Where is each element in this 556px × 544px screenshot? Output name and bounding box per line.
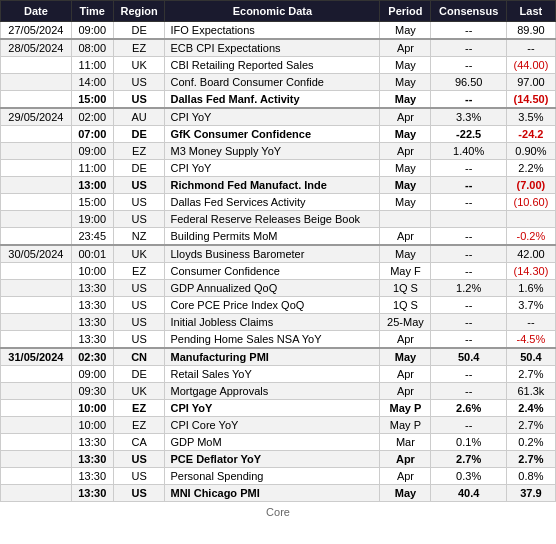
cell-date (1, 211, 72, 228)
table-row: 19:00USFederal Reserve Releases Beige Bo… (1, 211, 556, 228)
cell-consensus: 2.7% (431, 451, 506, 468)
cell-consensus: -- (431, 228, 506, 246)
cell-last: 61.3k (506, 383, 555, 400)
table-row: 31/05/202402:30CNManufacturing PMIMay50.… (1, 348, 556, 366)
cell-last: 2.7% (506, 417, 555, 434)
cell-period: May (380, 194, 431, 211)
cell-period: May (380, 485, 431, 502)
cell-economic-data: Richmond Fed Manufact. Inde (165, 177, 380, 194)
cell-economic-data: Dallas Fed Manf. Activity (165, 91, 380, 109)
table-row: 28/05/202408:00EZECB CPI ExpectationsApr… (1, 39, 556, 57)
cell-date (1, 126, 72, 143)
cell-economic-data: Mortgage Approvals (165, 383, 380, 400)
table-row: 10:00EZCPI Core YoYMay P--2.7% (1, 417, 556, 434)
cell-consensus: -- (431, 39, 506, 57)
cell-last: 89.90 (506, 22, 555, 40)
cell-economic-data: MNI Chicago PMI (165, 485, 380, 502)
cell-economic-data: Manufacturing PMI (165, 348, 380, 366)
cell-period (380, 211, 431, 228)
table-row: 07:00DEGfK Consumer ConfidenceMay-22.5-2… (1, 126, 556, 143)
cell-period: 1Q S (380, 297, 431, 314)
cell-date (1, 143, 72, 160)
cell-date (1, 417, 72, 434)
cell-economic-data: Pending Home Sales NSA YoY (165, 331, 380, 349)
table-row: 13:30USGDP Annualized QoQ1Q S1.2%1.6% (1, 280, 556, 297)
cell-period: Apr (380, 143, 431, 160)
cell-consensus: -- (431, 245, 506, 263)
cell-period: Mar (380, 434, 431, 451)
cell-region: CN (113, 348, 165, 366)
cell-period: Apr (380, 39, 431, 57)
table-row: 13:30CAGDP MoMMar0.1%0.2% (1, 434, 556, 451)
cell-time: 09:00 (71, 143, 113, 160)
cell-region: UK (113, 57, 165, 74)
cell-economic-data: Dallas Fed Services Activity (165, 194, 380, 211)
table-row: 09:00EZM3 Money Supply YoYApr1.40%0.90% (1, 143, 556, 160)
cell-period: May P (380, 400, 431, 417)
cell-last: 3.5% (506, 108, 555, 126)
cell-region: AU (113, 108, 165, 126)
cell-economic-data: CPI Core YoY (165, 417, 380, 434)
cell-consensus: -- (431, 177, 506, 194)
cell-region: DE (113, 126, 165, 143)
cell-period: Apr (380, 383, 431, 400)
table-row: 13:30USInitial Jobless Claims25-May---- (1, 314, 556, 331)
header-economic-data: Economic Data (165, 1, 380, 22)
cell-economic-data: Conf. Board Consumer Confide (165, 74, 380, 91)
cell-time: 13:00 (71, 177, 113, 194)
cell-period: May (380, 57, 431, 74)
cell-region: DE (113, 366, 165, 383)
table-row: 09:30UKMortgage ApprovalsApr--61.3k (1, 383, 556, 400)
cell-date (1, 485, 72, 502)
cell-consensus: -- (431, 383, 506, 400)
cell-consensus: 96.50 (431, 74, 506, 91)
cell-region: US (113, 485, 165, 502)
cell-region: US (113, 194, 165, 211)
cell-region: CA (113, 434, 165, 451)
cell-last: 2.2% (506, 160, 555, 177)
cell-region: DE (113, 22, 165, 40)
cell-last: 0.8% (506, 468, 555, 485)
table-row: 13:30USCore PCE Price Index QoQ1Q S--3.7… (1, 297, 556, 314)
cell-period: May (380, 91, 431, 109)
cell-period: Apr (380, 366, 431, 383)
cell-time: 02:00 (71, 108, 113, 126)
cell-last: -- (506, 314, 555, 331)
cell-consensus: 3.3% (431, 108, 506, 126)
cell-consensus: -- (431, 297, 506, 314)
cell-time: 07:00 (71, 126, 113, 143)
cell-economic-data: IFO Expectations (165, 22, 380, 40)
cell-economic-data: Initial Jobless Claims (165, 314, 380, 331)
cell-time: 09:30 (71, 383, 113, 400)
cell-region: US (113, 314, 165, 331)
cell-economic-data: CPI YoY (165, 108, 380, 126)
cell-economic-data: ECB CPI Expectations (165, 39, 380, 57)
cell-time: 11:00 (71, 160, 113, 177)
cell-period: May (380, 74, 431, 91)
cell-time: 13:30 (71, 451, 113, 468)
cell-period: May (380, 22, 431, 40)
cell-consensus: 40.4 (431, 485, 506, 502)
cell-economic-data: M3 Money Supply YoY (165, 143, 380, 160)
header-consensus: Consensus (431, 1, 506, 22)
cell-time: 08:00 (71, 39, 113, 57)
cell-last: 0.90% (506, 143, 555, 160)
cell-date: 27/05/2024 (1, 22, 72, 40)
cell-region: EZ (113, 417, 165, 434)
cell-period: May (380, 177, 431, 194)
cell-date (1, 57, 72, 74)
cell-consensus (431, 211, 506, 228)
table-row: 13:30USPending Home Sales NSA YoYApr---4… (1, 331, 556, 349)
cell-date (1, 263, 72, 280)
cell-period: May (380, 126, 431, 143)
cell-economic-data: CPI YoY (165, 400, 380, 417)
cell-date (1, 314, 72, 331)
table-row: 09:00DERetail Sales YoYApr--2.7% (1, 366, 556, 383)
cell-last: (44.00) (506, 57, 555, 74)
cell-period: May (380, 245, 431, 263)
cell-economic-data: CBI Retailing Reported Sales (165, 57, 380, 74)
cell-region: UK (113, 383, 165, 400)
cell-period: Apr (380, 451, 431, 468)
cell-date (1, 366, 72, 383)
cell-period: May (380, 160, 431, 177)
